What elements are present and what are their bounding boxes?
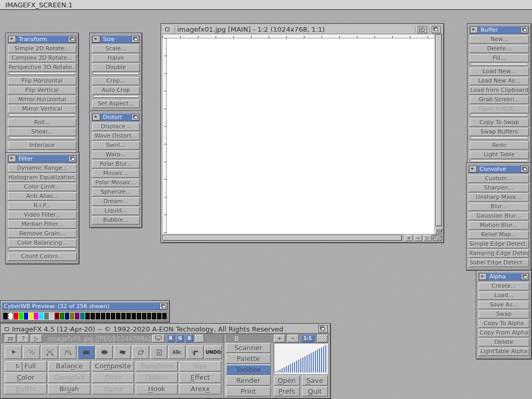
zoom-in-button[interactable]: + [405,235,413,241]
palette-button[interactable]: Crop... [92,77,140,85]
palette-button[interactable]: Wave Distort... [92,132,140,140]
palette-button[interactable]: Color Limit... [8,183,77,191]
depth-icon[interactable] [521,166,528,172]
palette-button[interactable]: Ramping Edge Detect [469,249,529,258]
close-icon[interactable] [469,166,477,172]
zoom-in-button[interactable]: + [274,335,285,342]
palette-button[interactable]: Count Colors... [8,252,77,261]
palette-button[interactable]: Swap Buffers [470,128,529,136]
color-swatch[interactable] [70,313,74,320]
render-button[interactable]: Render [226,376,271,385]
text-tool[interactable]: ABc [168,345,185,359]
palette-button[interactable]: Roll... [8,118,76,127]
palette-button[interactable]: Liquid... [92,207,140,215]
color-swatch[interactable] [14,313,18,320]
palette-button[interactable]: Load New... [470,68,529,76]
palette-button[interactable]: Shear... [8,128,76,136]
color-swatch[interactable] [60,313,64,320]
color-swatch[interactable] [24,313,29,320]
dither-toggle-button[interactable] [195,335,204,342]
palette-button[interactable]: Double [92,63,140,72]
vertical-scrollbar[interactable] [435,34,442,227]
scissors-tool[interactable] [41,345,58,359]
zoom-out-button[interactable]: − [287,335,299,342]
palette-button[interactable]: Copy To Swap [470,118,529,127]
color-swatch[interactable] [8,313,13,320]
buffer-titlebar[interactable]: Buffer [470,26,529,34]
palette-button[interactable]: Redo [470,141,529,150]
quit-button[interactable]: Quit [302,387,328,396]
undo-button[interactable]: UNDO [205,345,222,359]
color-swatch[interactable] [126,313,131,320]
depth-icon[interactable] [318,325,328,332]
palette-button[interactable]: Video Filter... [8,211,77,219]
color-swatch[interactable] [111,313,115,320]
full-cycle-button[interactable]: ↻Full [5,361,47,371]
palette-button[interactable]: Delete [478,338,529,347]
pointer-tool[interactable] [5,345,22,359]
palette-button[interactable]: Motion Blur... [469,221,529,230]
color-swatch[interactable] [106,313,111,320]
close-icon[interactable] [8,36,16,43]
palette-button[interactable]: Gaussian Blur... [469,212,529,220]
palette-button[interactable]: Polar Mosaic... [92,179,140,187]
depth-icon[interactable] [131,36,139,43]
play-button[interactable]: ▷ [423,235,432,241]
close-icon[interactable] [92,114,100,121]
close-icon[interactable] [479,273,487,280]
palette-button[interactable]: Light Table [470,151,529,159]
palette-button[interactable]: Sharpen... [469,184,529,192]
palette-button[interactable]: Simple Edge Detect... [469,240,529,248]
color-swatch[interactable] [90,313,95,320]
color-swatch[interactable] [19,313,23,320]
composite-button[interactable]: Composite [92,361,134,371]
brush-tool[interactable]: a [150,345,167,359]
palette-button[interactable]: Simple 2D Rotate... [8,45,76,53]
color-swatch[interactable] [147,313,152,320]
palette-button[interactable]: Flip Horizontal [8,77,76,85]
palette-button[interactable]: Mosaic... [92,169,140,178]
palette-button[interactable]: Load... [478,291,529,300]
color-swatch[interactable] [142,313,147,320]
close-icon[interactable] [470,26,478,33]
image-titlebar[interactable]: imagefx01.jpg [MAIN] - 1:2 (1024x768, 1:… [162,25,443,34]
palette-button[interactable]: Delete... [470,45,529,53]
color-swatch[interactable] [29,313,33,320]
palette-button[interactable]: Anti Alias... [8,192,77,201]
palette-button[interactable]: Flip Vertical [8,86,76,95]
prefs-button[interactable]: Prefs [274,387,300,396]
palette-button[interactable]: Dynamic Range... [8,164,77,172]
scrollbar-thumb[interactable] [436,35,442,226]
balance-button[interactable]: Balance [48,361,90,371]
palette-button[interactable]: Create... [478,282,529,290]
color-swatch[interactable] [96,313,100,320]
depth-icon[interactable] [68,36,76,43]
save-button[interactable]: Save [302,376,328,385]
filter-titlebar[interactable]: Filter [8,155,77,163]
color-swatch[interactable] [3,313,8,320]
color-swatch[interactable] [137,313,141,320]
palette-button[interactable]: Remove Grain... [8,230,77,238]
hook-button[interactable]: Hook [136,384,178,394]
blue-channel-button[interactable]: B [185,335,193,342]
preview-titlebar[interactable]: CyberWB Preview: (32 of 256 shown) [2,302,168,310]
palette-button[interactable]: Load New As... [470,77,529,85]
palette-button[interactable]: Interlace [8,141,76,150]
color-swatch[interactable] [34,313,38,320]
palette-button[interactable]: Set Aspect... [92,100,140,108]
palette-button[interactable]: Mirror Vertical [8,105,76,113]
convolve-titlebar[interactable]: Convolve [469,165,529,173]
palette-button[interactable]: Warp... [92,151,140,159]
palette-button[interactable]: LightTable Alpha [478,348,529,356]
color-swatch[interactable] [44,313,49,320]
horizontal-scrollbar[interactable] [163,235,402,241]
palette-button[interactable]: Save As... [478,301,529,309]
palette-button[interactable]: Complex 2D Rotate... [8,54,76,62]
depth-icon[interactable] [69,155,76,162]
palette-button[interactable]: New... [470,35,529,44]
arexx-button[interactable]: Arexx [179,384,221,394]
green-channel-button[interactable]: G [176,335,184,342]
palette-button[interactable]: Spherize... [92,188,140,196]
color-swatch[interactable] [49,313,54,320]
image-canvas[interactable] [166,38,434,234]
